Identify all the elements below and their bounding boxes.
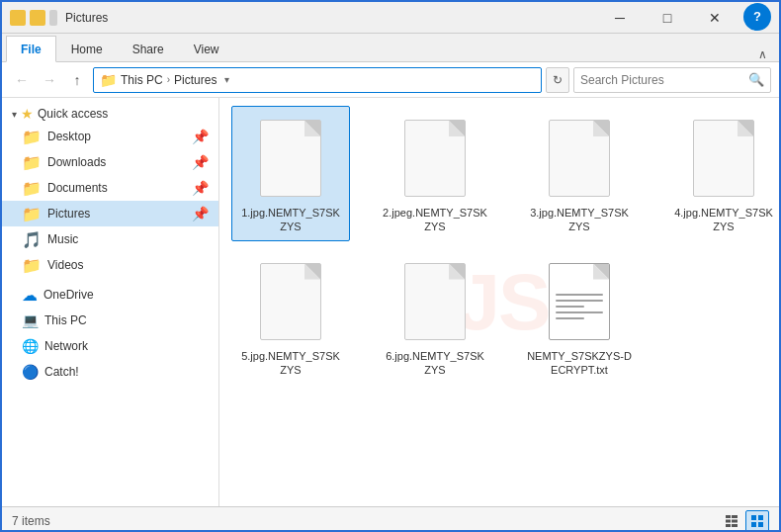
file-grid: 1.jpg.NEMTY_S7SKZYS 2.jpeg.NEMTY_S7SKZYS… [231, 106, 767, 384]
txt-lines [550, 294, 609, 319]
sidebar-item-music[interactable]: 🎵 Music [2, 226, 218, 252]
videos-folder-icon: 📁 [22, 256, 42, 275]
status-bar: 7 items [2, 506, 779, 532]
path-segment-pictures[interactable]: Pictures [174, 73, 217, 87]
doc-icon-4 [693, 120, 754, 197]
file-item-3[interactable]: 3.jpg.NEMTY_S7SKZYS [520, 106, 639, 241]
sidebar-item-thispc-label: This PC [44, 313, 87, 327]
sidebar: ▾ ★ Quick access 📁 Desktop 📌 📁 Downloads… [2, 98, 219, 506]
ribbon-chevron-icon[interactable]: ∧ [758, 47, 767, 61]
file-name-7: NEMTY_S7SKZYS-DECRYPT.txt [527, 349, 632, 378]
txt-line-2 [556, 300, 603, 302]
sidebar-item-documents-label: Documents [47, 181, 108, 195]
svg-rect-3 [732, 515, 738, 518]
desktop-pin-icon: 📌 [192, 129, 209, 144]
sidebar-item-downloads[interactable]: 📁 Downloads 📌 [2, 149, 218, 175]
sidebar-item-pictures-label: Pictures [47, 207, 90, 221]
file-icon-wrapper-4 [688, 115, 759, 202]
sidebar-item-thispc[interactable]: 💻 This PC [2, 308, 218, 333]
file-icon-wrapper-1 [255, 115, 326, 202]
search-box[interactable]: 🔍 [573, 67, 771, 93]
txt-line-4 [556, 311, 603, 313]
tab-share[interactable]: Share [118, 36, 179, 61]
file-icon-wrapper-5 [255, 258, 326, 345]
file-area: JSS 1.jpg.NEMTY_S7SKZYS 2.jpeg.NEMTY_S7S… [219, 98, 779, 506]
doc-icon-5 [260, 263, 321, 340]
sidebar-item-music-label: Music [47, 232, 78, 246]
file-item-5[interactable]: 5.jpg.NEMTY_S7SKZYS [231, 249, 350, 385]
sidebar-item-network[interactable]: 🌐 Network [2, 333, 218, 359]
title-bar-controls: ─ □ ✕ ? [597, 3, 771, 33]
path-segment-thispc[interactable]: This PC [121, 73, 163, 87]
sidebar-item-onedrive-label: OneDrive [43, 288, 94, 302]
sidebar-item-onedrive[interactable]: ☁ OneDrive [2, 282, 218, 308]
documents-folder-icon: 📁 [22, 179, 42, 198]
file-name-5: 5.jpg.NEMTY_S7SKZYS [238, 349, 343, 378]
documents-pin-icon: 📌 [192, 180, 209, 196]
path-dropdown-icon[interactable]: ▾ [224, 74, 229, 85]
tab-file[interactable]: File [6, 36, 56, 62]
sidebar-item-pictures[interactable]: 📁 Pictures 📌 [2, 201, 218, 226]
onedrive-icon: ☁ [22, 286, 38, 305]
title-bar: Pictures ─ □ ✕ ? [2, 2, 779, 34]
sidebar-item-catch[interactable]: 🔵 Catch! [2, 359, 218, 385]
file-item-4[interactable]: 4.jpg.NEMTY_S7SKZYS [664, 106, 779, 241]
catch-icon: 🔵 [22, 364, 39, 380]
svg-rect-9 [758, 522, 763, 527]
main-layout: ▾ ★ Quick access 📁 Desktop 📌 📁 Downloads… [2, 98, 779, 506]
txt-line-3 [556, 306, 584, 308]
file-icon-wrapper-2 [399, 115, 471, 202]
quick-access-label[interactable]: ▾ ★ Quick access [2, 102, 218, 124]
file-item-7[interactable]: NEMTY_S7SKZYS-DECRYPT.txt [520, 249, 639, 385]
svg-rect-2 [726, 524, 731, 527]
close-button[interactable]: ✕ [692, 3, 738, 33]
view-controls [720, 510, 769, 532]
app-icon-3 [49, 10, 57, 26]
quick-access-star-icon: ★ [21, 106, 34, 122]
file-item-2[interactable]: 2.jpeg.NEMTY_S7SKZYS [376, 106, 494, 241]
doc-icon-2 [404, 120, 466, 197]
file-icon-wrapper-3 [544, 115, 615, 202]
maximize-button[interactable]: □ [645, 3, 690, 33]
path-folder-icon: 📁 [100, 72, 117, 88]
ribbon-tabs: File Home Share View ∧ [2, 34, 779, 61]
tab-view[interactable]: View [179, 36, 234, 61]
address-path[interactable]: 📁 This PC › Pictures ▾ [93, 67, 542, 93]
svg-rect-6 [751, 515, 756, 520]
sidebar-item-desktop-label: Desktop [47, 130, 91, 143]
back-button[interactable]: ← [10, 68, 34, 92]
search-input[interactable] [580, 73, 744, 87]
minimize-button[interactable]: ─ [597, 3, 643, 33]
up-button[interactable]: ↑ [65, 68, 89, 92]
file-name-4: 4.jpg.NEMTY_S7SKZYS [671, 206, 776, 234]
thispc-icon: 💻 [22, 312, 39, 328]
list-view-button[interactable] [720, 510, 743, 532]
file-name-6: 6.jpg.NEMTY_S7SKZYS [383, 349, 487, 378]
refresh-button[interactable]: ↻ [546, 67, 569, 93]
search-icon[interactable]: 🔍 [748, 72, 764, 87]
sidebar-item-documents[interactable]: 📁 Documents 📌 [2, 175, 218, 201]
pictures-pin-icon: 📌 [192, 206, 209, 222]
file-icon-wrapper-6 [399, 258, 471, 345]
svg-rect-7 [758, 515, 763, 520]
forward-button[interactable]: → [38, 68, 61, 92]
txt-line-5 [556, 317, 584, 319]
app-icon-2 [30, 10, 45, 26]
txt-line-1 [556, 294, 603, 296]
sidebar-item-videos[interactable]: 📁 Videos [2, 252, 218, 278]
sidebar-item-videos-label: Videos [47, 258, 83, 272]
downloads-folder-icon: 📁 [22, 153, 42, 172]
ribbon: File Home Share View ∧ [2, 34, 779, 62]
svg-rect-0 [726, 515, 731, 518]
app-icon-1 [10, 10, 26, 26]
doc-icon-7 [549, 263, 610, 340]
svg-rect-8 [751, 522, 756, 527]
file-item-6[interactable]: 6.jpg.NEMTY_S7SKZYS [376, 249, 494, 385]
title-bar-icons [10, 10, 57, 26]
sidebar-item-desktop[interactable]: 📁 Desktop 📌 [2, 124, 218, 149]
file-item-1[interactable]: 1.jpg.NEMTY_S7SKZYS [231, 106, 350, 241]
help-button[interactable]: ? [743, 3, 771, 31]
tab-home[interactable]: Home [56, 36, 118, 61]
file-name-1: 1.jpg.NEMTY_S7SKZYS [238, 206, 343, 234]
tile-view-button[interactable] [745, 510, 769, 532]
